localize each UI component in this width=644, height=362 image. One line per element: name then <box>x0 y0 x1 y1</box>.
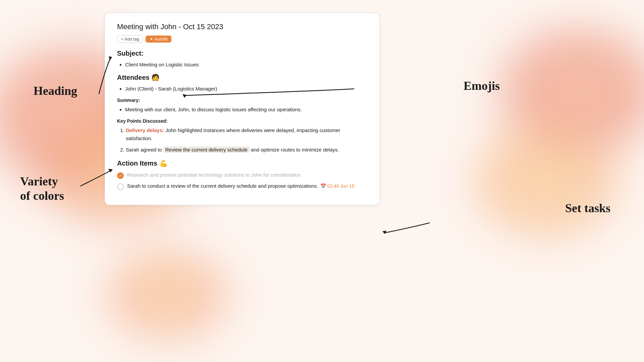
autofill-button[interactable]: ✦ Autofill <box>146 36 171 43</box>
attendees-bullet: John (Client) - Sarah (Logistics Manager… <box>125 85 367 93</box>
subject-bullet: Client Meeting on Logistic Issues <box>125 61 367 69</box>
task-check-open-2[interactable] <box>117 183 124 190</box>
subject-list: Client Meeting on Logistic Issues <box>117 61 367 69</box>
key-point-1-prefix: Delivery delays: <box>126 127 164 133</box>
bg-blob-4 <box>466 117 627 245</box>
task-item-1: ✓ Research and present potential technol… <box>117 172 367 179</box>
note-title: Meeting with John - Oct 15 2023 <box>117 22 367 31</box>
key-point-2: Sarah agreed to Review the current deliv… <box>126 146 367 154</box>
add-tag-button[interactable]: + Add tag <box>117 35 143 43</box>
summary-bullet: Meeting with our client, John, to discus… <box>125 106 367 114</box>
annotation-heading: Heading <box>34 84 77 98</box>
task-2-text-row: Sarah to conduct a review of the current… <box>127 183 354 189</box>
note-card: Meeting with John - Oct 15 2023 + Add ta… <box>105 13 380 205</box>
annotation-emojis: Emojis <box>464 79 500 93</box>
key-points-label: Key Points Discussed: <box>117 118 367 124</box>
task-1-text-row: Research and present potential technolog… <box>127 172 302 178</box>
svg-marker-3 <box>382 231 386 234</box>
task-item-2: Sarah to conduct a review of the current… <box>117 183 367 190</box>
task-2-text: Sarah to conduct a review of the current… <box>127 183 318 189</box>
action-items-heading: Action Items 💪 <box>117 159 367 167</box>
summary-label: Summary: <box>117 98 367 103</box>
task-1-text: Research and present potential technolog… <box>127 172 302 178</box>
tags-row: + Add tag ✦ Autofill <box>117 35 367 43</box>
annotation-variety: Varietyof colors <box>20 174 64 203</box>
annotation-settasks: Set tasks <box>565 201 610 215</box>
key-point-2-prefix: Sarah agreed to <box>126 147 163 153</box>
attendees-heading: Attendees 🧑 <box>117 73 367 81</box>
summary-list: Meeting with our client, John, to discus… <box>117 106 367 114</box>
key-point-2-highlight: Review the current delivery schedule <box>163 146 250 153</box>
subject-heading: Subject: <box>117 50 367 57</box>
attendees-list: John (Client) - Sarah (Logistics Manager… <box>117 85 367 93</box>
key-points-list: Delivery delays: John highlighted instan… <box>117 126 367 154</box>
key-point-1: Delivery delays: John highlighted instan… <box>126 126 367 142</box>
task-check-done-1[interactable]: ✓ <box>117 172 124 179</box>
bg-blob-5 <box>101 245 235 345</box>
task-2-date: 📅 02:40 Jun 19 <box>320 183 355 189</box>
key-point-2-suffix: and optimize routes to minimize delays. <box>250 147 339 153</box>
bg-blob-3 <box>486 17 644 168</box>
